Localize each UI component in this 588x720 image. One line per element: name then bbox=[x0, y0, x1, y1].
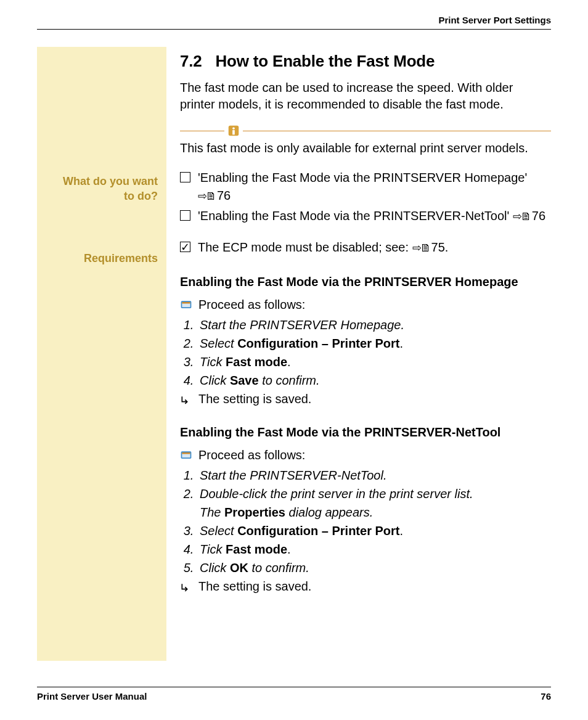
section-intro: The fast mode can be used to increase th… bbox=[180, 80, 551, 113]
footer-divider bbox=[37, 687, 551, 687]
page-ref-icon: ⇨🗎 bbox=[412, 240, 430, 256]
svg-rect-8 bbox=[182, 452, 190, 454]
page-ref-number: 75 bbox=[431, 239, 445, 256]
note-divider bbox=[180, 124, 551, 137]
checked-checkbox-icon bbox=[180, 242, 190, 252]
step: Double-click the print server in the pri… bbox=[197, 485, 551, 522]
sidebar: What do you want to do? Requirements bbox=[37, 47, 166, 661]
proceed-text: Proceed as follows: bbox=[198, 448, 305, 462]
todo-item-text: 'Enabling the Fast Mode via the PRINTSER… bbox=[198, 171, 527, 184]
step: Click OK to confirm. bbox=[197, 558, 551, 577]
result-text: The setting is saved. bbox=[198, 579, 311, 594]
steps-list: Start the PRINTSERVER Homepage. Select C… bbox=[180, 316, 551, 390]
procedure-heading: Enabling the Fast Mode via the PRINTSERV… bbox=[180, 275, 551, 289]
proceed-line: Proceed as follows: bbox=[180, 298, 551, 312]
result-arrow-icon bbox=[180, 395, 192, 407]
step: Tick Fast mode. bbox=[197, 540, 551, 558]
todo-item: 'Enabling the Fast Mode via the PRINTSER… bbox=[180, 169, 551, 205]
proceed-line: Proceed as follows: bbox=[180, 448, 551, 462]
step: Click Save to confirm. bbox=[197, 371, 551, 390]
procedure-heading: Enabling the Fast Mode via the PRINTSERV… bbox=[180, 425, 551, 440]
page-ref-number: 76 bbox=[217, 187, 231, 205]
result-line: The setting is saved. bbox=[180, 579, 551, 594]
page-ref[interactable]: ⇨🗎76 bbox=[513, 207, 545, 225]
requirements-list: The ECP mode must be disabled; see: ⇨🗎75… bbox=[180, 239, 551, 256]
requirement-text: The ECP mode must be disabled; see: bbox=[198, 240, 409, 254]
step: Start the PRINTSERVER Homepage. bbox=[197, 316, 551, 334]
todo-list: 'Enabling the Fast Mode via the PRINTSER… bbox=[180, 169, 551, 225]
todo-item: 'Enabling the Fast Mode via the PRINTSER… bbox=[180, 207, 551, 225]
sidebar-label-line1: What do you want bbox=[63, 175, 158, 187]
requirement-item: The ECP mode must be disabled; see: ⇨🗎75… bbox=[180, 239, 551, 256]
checkbox-icon bbox=[180, 172, 190, 182]
footer-manual-name: Print Server User Manual bbox=[37, 691, 147, 702]
step: Tick Fast mode. bbox=[197, 353, 551, 371]
step: Select Configuration – Printer Port. bbox=[197, 334, 551, 353]
page-ref[interactable]: ⇨🗎76 bbox=[198, 187, 231, 205]
note-text: This fast mode is only available for ext… bbox=[180, 141, 551, 155]
page-ref-icon: ⇨🗎 bbox=[198, 188, 216, 204]
step: Start the PRINTSERVER-NetTool. bbox=[197, 466, 551, 485]
result-line: The setting is saved. bbox=[180, 392, 551, 407]
section-title: How to Enable the Fast Mode bbox=[216, 52, 435, 70]
todo-item-text: 'Enabling the Fast Mode via the PRINTSER… bbox=[198, 209, 509, 223]
section-heading: 7.2How to Enable the Fast Mode bbox=[180, 52, 551, 71]
page-ref-number: 76 bbox=[532, 207, 545, 225]
svg-point-1 bbox=[232, 128, 235, 130]
section-number: 7.2 bbox=[180, 52, 202, 70]
header-divider bbox=[37, 29, 551, 30]
sidebar-label-requirements: Requirements bbox=[44, 251, 158, 266]
sidebar-label-todo: What do you want to do? bbox=[44, 174, 158, 204]
svg-rect-5 bbox=[182, 302, 190, 304]
result-arrow-icon bbox=[180, 582, 192, 594]
info-icon bbox=[227, 124, 240, 137]
main-content: 7.2How to Enable the Fast Mode The fast … bbox=[166, 47, 551, 594]
proceed-text: Proceed as follows: bbox=[198, 298, 305, 312]
page-ref[interactable]: ⇨🗎75 bbox=[412, 239, 445, 256]
svg-rect-2 bbox=[232, 130, 235, 134]
checkbox-icon bbox=[180, 210, 190, 221]
page-footer: Print Server User Manual 76 bbox=[37, 687, 551, 702]
page-ref-icon: ⇨🗎 bbox=[513, 208, 531, 224]
footer-page-number: 76 bbox=[541, 691, 551, 702]
result-text: The setting is saved. bbox=[198, 392, 311, 406]
steps-list: Start the PRINTSERVER-NetTool. Double-cl… bbox=[180, 466, 551, 577]
proceed-icon bbox=[180, 449, 192, 462]
sidebar-label-line2: to do? bbox=[124, 190, 158, 202]
step: Select Configuration – Printer Port. bbox=[197, 522, 551, 540]
proceed-icon bbox=[180, 299, 192, 311]
page-header: Print Server Port Settings bbox=[37, 15, 551, 29]
